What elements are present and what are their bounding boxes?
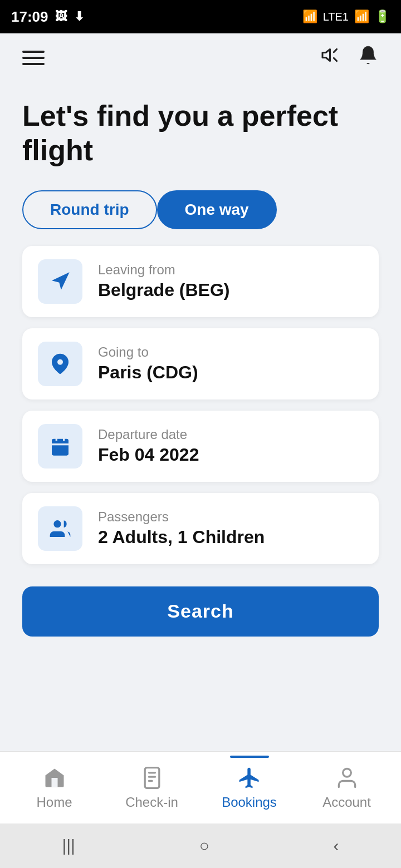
- account-person-icon: [335, 766, 359, 790]
- status-time: 17:09: [11, 8, 48, 26]
- location-icon-box: [38, 342, 82, 386]
- hero-section: Let's find you a perfect flight: [0, 82, 401, 179]
- back-button[interactable]: ‹: [334, 836, 339, 855]
- passengers-label: Passengers: [98, 509, 265, 525]
- people-icon: [49, 517, 71, 540]
- status-bar: 17:09 🖼 ⬇ 📶 LTE1 📶 🔋: [0, 0, 401, 33]
- leaving-from-field[interactable]: Leaving from Belgrade (BEG): [22, 246, 379, 317]
- nav-item-account[interactable]: Account: [314, 766, 380, 810]
- nav-label-checkin: Check-in: [125, 795, 178, 810]
- svg-rect-10: [145, 767, 159, 788]
- battery-icon: 🔋: [375, 9, 390, 24]
- departure-date-value: Feb 04 2022: [98, 445, 199, 465]
- navigation-icon: [49, 270, 71, 293]
- trip-toggle: Round trip One way: [0, 179, 401, 240]
- svg-marker-3: [52, 272, 70, 290]
- nav-item-checkin[interactable]: Check-in: [119, 766, 185, 810]
- bottom-nav: Home Check-in Bookings Account: [0, 751, 401, 823]
- leaving-from-value: Belgrade (BEG): [98, 280, 229, 300]
- svg-rect-5: [52, 438, 69, 455]
- svg-line-2: [334, 58, 336, 61]
- nav-item-home[interactable]: Home: [21, 766, 88, 810]
- passengers-value: 2 Adults, 1 Children: [98, 527, 265, 548]
- bell-icon[interactable]: [358, 45, 379, 71]
- calendar-icon: [49, 435, 71, 457]
- menu-button[interactable]: [22, 51, 45, 65]
- nav-label-account: Account: [322, 795, 371, 810]
- nav-label-home: Home: [36, 795, 72, 810]
- photo-icon: 🖼: [55, 9, 67, 24]
- signal-icon: 📶: [354, 9, 369, 24]
- wifi-icon: 📶: [302, 9, 317, 24]
- page-title: Let's find you a perfect flight: [22, 98, 379, 168]
- search-button[interactable]: Search: [22, 586, 379, 637]
- departure-date-label: Departure date: [98, 427, 199, 442]
- calendar-icon-box: [38, 424, 82, 468]
- passengers-field[interactable]: Passengers 2 Adults, 1 Children: [22, 493, 379, 564]
- home-system-button[interactable]: ○: [199, 836, 209, 855]
- checkin-icon: [140, 766, 164, 790]
- home-icon: [42, 766, 67, 790]
- system-nav-bar: ||| ○ ‹: [0, 823, 401, 868]
- svg-point-14: [343, 768, 351, 777]
- navigation-icon-box: [38, 259, 82, 304]
- download-icon: ⬇: [74, 9, 84, 24]
- nav-label-bookings: Bookings: [222, 795, 277, 810]
- people-icon-box: [38, 506, 82, 551]
- svg-point-9: [53, 520, 61, 527]
- leaving-from-label: Leaving from: [98, 262, 229, 278]
- going-to-label: Going to: [98, 344, 198, 360]
- svg-line-1: [334, 49, 336, 52]
- round-trip-button[interactable]: Round trip: [22, 190, 157, 229]
- search-section: Search: [0, 570, 401, 648]
- search-fields: Leaving from Belgrade (BEG) Going to Par…: [0, 240, 401, 570]
- one-way-button[interactable]: One way: [157, 190, 277, 229]
- svg-marker-0: [322, 50, 330, 61]
- going-to-field[interactable]: Going to Paris (CDG): [22, 328, 379, 400]
- svg-point-4: [57, 359, 63, 364]
- departure-date-field[interactable]: Departure date Feb 04 2022: [22, 411, 379, 482]
- top-bar: [0, 33, 401, 82]
- going-to-value: Paris (CDG): [98, 362, 198, 383]
- bookings-plane-icon: [237, 766, 262, 790]
- location-icon: [49, 353, 71, 375]
- recents-button[interactable]: |||: [62, 836, 75, 855]
- nav-item-bookings[interactable]: Bookings: [216, 766, 283, 810]
- speaker-icon[interactable]: [320, 45, 342, 70]
- lte-icon: LTE1: [323, 11, 349, 23]
